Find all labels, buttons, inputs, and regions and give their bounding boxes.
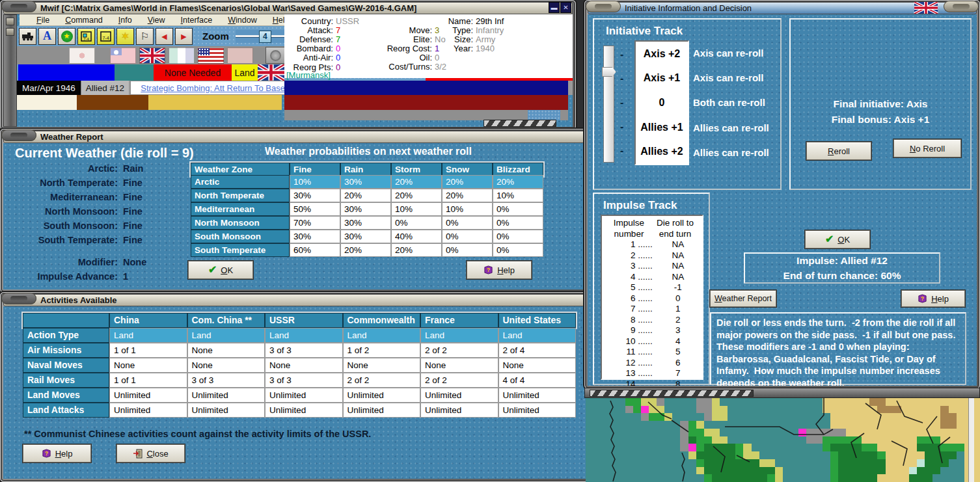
- unit-stat-value: Infantry: [476, 25, 504, 35]
- weather-prob-cell: 60%: [290, 243, 340, 257]
- counter-alt-icon[interactable]: 7-4: [97, 28, 115, 45]
- unit-stats-col2: Move: 3 Elite: No Reorg Cost: 1 Oil: [372, 25, 446, 72]
- initiative-entry[interactable]: Allies +2: [640, 146, 683, 157]
- menu-item[interactable]: Command: [65, 16, 103, 25]
- window-corner-cap[interactable]: [944, 1, 979, 12]
- star-icon[interactable]: ★: [58, 28, 75, 45]
- minimize-icon[interactable]: ▬: [549, 3, 559, 12]
- menu-item[interactable]: Info: [118, 16, 132, 25]
- initiative-slider[interactable]: [603, 46, 614, 163]
- initiative-entry[interactable]: Allies +1: [640, 122, 683, 133]
- impulse-row: 2 ...... NA: [606, 250, 698, 261]
- activities-window-content: ChinaCom. China **USSRCommonwealthFrance…: [3, 306, 586, 479]
- activities-corner-cell: [23, 313, 109, 328]
- help-button[interactable]: ? Help: [23, 444, 91, 462]
- italy-pale-flag-icon[interactable]: [169, 47, 195, 64]
- help-book-icon: ?: [42, 449, 51, 458]
- window-corner-cap[interactable]: [1, 129, 36, 141]
- weather-probability-table: Weather ZoneFineRainStormSnowBlizzard: [191, 163, 543, 176]
- menu-item[interactable]: Window: [228, 16, 256, 25]
- initiative-entry[interactable]: Axis +2: [644, 48, 680, 60]
- china-flag-icon[interactable]: [110, 47, 136, 64]
- svg-text:?: ?: [921, 295, 924, 302]
- prev-arrow-icon[interactable]: ◄: [156, 28, 173, 45]
- ok-button[interactable]: ✔ OK: [805, 230, 870, 248]
- activity-cell: Unlimited: [498, 388, 577, 403]
- impulse-end-value: 7: [658, 368, 698, 379]
- svg-text:7-4: 7-4: [83, 37, 89, 41]
- initiative-entry[interactable]: 0: [659, 97, 665, 109]
- close-button[interactable]: Close: [116, 444, 185, 462]
- menu-item[interactable]: Interface: [181, 16, 213, 25]
- weather-table-header-cell: Snow: [442, 163, 493, 176]
- initiative-window-content: Initiative Track ----- Axis +2Axis +10Al…: [588, 14, 977, 386]
- target-button[interactable]: [265, 47, 285, 64]
- impulse-advance-row: Impulse Advance: 1: [7, 269, 183, 284]
- menu-item[interactable]: File: [36, 16, 49, 25]
- unit-stat-label: Anti-Air:: [286, 53, 333, 62]
- weather-prob-cell: 0%: [493, 216, 543, 230]
- hazard-stripes: [590, 390, 754, 397]
- map-frame-bar: [584, 388, 980, 398]
- activity-row-label: Air Missions: [23, 343, 109, 358]
- weather-prob-cell: 20%: [391, 175, 442, 189]
- impulse-number: 3 ......: [606, 261, 658, 272]
- activity-cell: Land: [420, 328, 498, 343]
- weather-table-header-cell: Fine: [290, 163, 340, 176]
- impulse-rows: 1 ...... NA 2 ...... NA 3 ...... NA: [606, 239, 698, 386]
- window-corner-cap[interactable]: [1, 293, 36, 304]
- activities-title-bar[interactable]: Activities Available: [3, 294, 586, 306]
- weather-report-button[interactable]: Weather Report: [710, 290, 776, 307]
- help-button[interactable]: ? Help: [901, 290, 965, 307]
- unit-stat-value: 3: [435, 25, 439, 35]
- impulse-listbox[interactable]: Impulse Die roll to number end turn 1 ..…: [601, 215, 703, 380]
- unit-location: [Murmansk]: [286, 70, 331, 80]
- unit-stat-value: 1940: [476, 44, 495, 53]
- menu-item[interactable]: View: [148, 16, 165, 25]
- main-window-content: FileCommandInfoViewInterfaceWindowHelp A…: [17, 14, 573, 127]
- activity-row-label: Land Attacks: [23, 403, 109, 418]
- weather-title-bar[interactable]: Weather Report: [3, 131, 586, 143]
- zoom-slider-thumb[interactable]: 4: [259, 31, 271, 43]
- japan-flag-icon[interactable]: [69, 47, 95, 64]
- sun-icon[interactable]: ✶: [116, 28, 134, 45]
- impulse-end-value: 5: [658, 347, 698, 358]
- initiative-entry[interactable]: Axis +1: [644, 72, 680, 84]
- unit-stat: Size: Army: [446, 34, 504, 44]
- impulse-info-line2: End of turn chance: 60%: [783, 268, 901, 283]
- condition-row: Mediterranean: Fine: [7, 190, 183, 204]
- next-arrow-icon[interactable]: ►: [175, 28, 193, 45]
- modifier-value: None: [123, 257, 146, 267]
- reroll-button[interactable]: Reroll: [806, 142, 871, 160]
- activity-cell: Land: [109, 328, 187, 343]
- map-grid[interactable]: [586, 398, 980, 482]
- probabilities-heading: Weather probabilities on next weather ro…: [191, 146, 546, 157]
- unit-stats-col3: Name: 29th Inf Type: Infantry Size: Army: [446, 16, 504, 53]
- no-reroll-button[interactable]: No Reroll: [893, 139, 961, 157]
- flag-icon[interactable]: ⚐: [136, 28, 154, 45]
- activity-row-label: Land Moves: [23, 388, 109, 403]
- counter-icon[interactable]: 7-4: [77, 28, 95, 45]
- unit-stat: Name: 29th Inf: [446, 16, 504, 25]
- activity-cell: 3 of 3: [187, 373, 265, 388]
- help-button[interactable]: ? Help: [467, 261, 532, 279]
- initiative-slider-thumb[interactable]: [602, 67, 616, 77]
- impulse-header-line2: number end turn: [606, 229, 698, 240]
- blank-flag-icon[interactable]: [227, 47, 253, 64]
- unit-stat-label: Year:: [446, 44, 473, 53]
- font-icon[interactable]: A: [38, 28, 56, 45]
- map-scrollbar[interactable]: [968, 398, 974, 482]
- close-icon[interactable]: ✕: [561, 3, 571, 12]
- initiative-note: Allies can re-roll: [693, 122, 769, 133]
- weather-window-content: Current Weather (die roll = 9) Weather p…: [3, 143, 586, 289]
- initiative-listbox[interactable]: Axis +2Axis +10Allies +1Allies +2: [634, 40, 689, 165]
- usa-flag-icon[interactable]: [198, 47, 224, 64]
- unit-stat: Anti-Air: 0: [286, 53, 359, 62]
- window-corner-cap[interactable]: [586, 1, 621, 12]
- train-icon[interactable]: [19, 28, 36, 45]
- weather-zone-cell: South Monsoon: [191, 230, 290, 243]
- main-title-bar[interactable]: Mwif [C:\Matrix Games\World in Flames\Sc…: [3, 2, 573, 14]
- ok-button[interactable]: ✔ OK: [188, 261, 253, 279]
- uk-flag-icon[interactable]: [139, 47, 165, 64]
- phase-indicator: Strategic Bombing: Att Return To Base: [130, 81, 295, 95]
